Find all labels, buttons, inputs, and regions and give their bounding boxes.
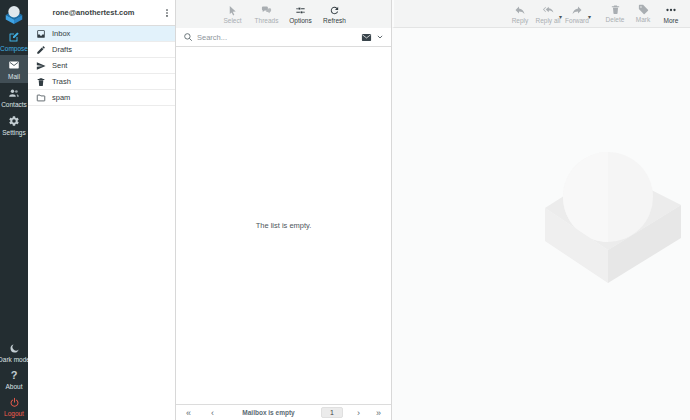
delete-button[interactable]: Delete (602, 4, 628, 23)
reply-icon (514, 4, 526, 16)
compose-icon (8, 31, 20, 43)
pagination-bar: « ‹ Mailbox is empty 1 › » (176, 404, 391, 420)
button-label: More (664, 17, 679, 24)
search-input[interactable] (197, 33, 357, 42)
button-label: Threads (255, 17, 279, 24)
button-label: Select (223, 17, 241, 24)
folder-item-spam[interactable]: spam (28, 90, 175, 106)
reply-button[interactable]: Reply (507, 4, 533, 24)
mark-button[interactable]: Mark (630, 4, 656, 23)
folder-label: Sent (52, 61, 67, 70)
button-label: Mark (636, 16, 650, 23)
folder-icon (36, 93, 46, 103)
taskbar: Compose Mail Contacts Settings Dar (0, 0, 28, 420)
reply-all-dropdown-caret[interactable]: ▾ (559, 13, 562, 20)
refresh-icon (329, 5, 340, 16)
sidebar-item-compose[interactable]: Compose (0, 27, 28, 55)
options-button[interactable]: Options (288, 5, 314, 24)
button-label: Reply all (536, 17, 561, 24)
message-list-body: The list is empty. (176, 47, 391, 404)
folder-label: Drafts (52, 45, 72, 54)
forward-icon (571, 4, 583, 16)
folder-pane: rone@anothertest.com Inbox Drafts (28, 0, 176, 420)
select-button[interactable]: Select (220, 5, 246, 24)
folder-label: Inbox (52, 29, 70, 38)
list-toolbar: Select Threads Options Refresh (176, 0, 391, 28)
sidebar-item-label: About (6, 383, 23, 390)
send-icon (36, 61, 46, 71)
reply-all-icon (542, 4, 554, 16)
trash-icon (610, 4, 621, 15)
mailbox-status: Mailbox is empty (216, 409, 321, 416)
speech-bubbles-icon (261, 5, 272, 16)
sidebar-item-label: Contacts (1, 101, 27, 108)
button-label: Reply (512, 17, 529, 24)
dark-mode-icon (9, 343, 20, 354)
question-mark-icon: ? (11, 370, 18, 381)
sidebar-item-mail[interactable]: Mail (0, 55, 28, 83)
roundcube-logo-watermark (543, 150, 683, 286)
message-toolbar: Reply Reply all ▾ Forward ▾ (392, 0, 690, 28)
forward-dropdown-caret[interactable]: ▾ (588, 13, 591, 20)
folder-item-drafts[interactable]: Drafts (28, 42, 175, 58)
message-view-area (392, 28, 690, 420)
kebab-menu-icon[interactable] (159, 7, 175, 19)
mail-icon (8, 59, 20, 71)
first-page-button[interactable]: « (184, 408, 193, 418)
sidebar-item-label: Compose (0, 45, 28, 52)
sidebar-item-contacts[interactable]: Contacts (0, 83, 28, 111)
sidebar-item-label: Logout (4, 410, 24, 417)
more-button[interactable]: More (658, 4, 684, 24)
search-icon (183, 32, 193, 42)
button-label: Options (289, 17, 311, 24)
folder-label: spam (52, 93, 70, 102)
next-page-button[interactable]: › (355, 408, 362, 418)
cursor-icon (227, 5, 238, 16)
contacts-icon (8, 87, 20, 99)
sidebar-item-label: Settings (2, 129, 26, 136)
button-label: Refresh (323, 17, 346, 24)
sidebar-item-dark-mode[interactable]: Dark mode (0, 339, 28, 366)
inbox-icon (36, 29, 46, 39)
settings-icon (8, 115, 20, 127)
last-page-button[interactable]: » (374, 408, 383, 418)
previous-page-button[interactable]: ‹ (209, 408, 216, 418)
ellipsis-icon (665, 4, 677, 16)
folder-item-trash[interactable]: Trash (28, 74, 175, 90)
folder-item-sent[interactable]: Sent (28, 58, 175, 74)
threads-button[interactable]: Threads (254, 5, 280, 24)
folder-item-inbox[interactable]: Inbox (28, 26, 175, 42)
tag-icon (638, 4, 649, 15)
forward-group: Forward ▾ (564, 4, 591, 24)
message-list-pane: Select Threads Options Refresh (176, 0, 392, 420)
button-label: Delete (606, 16, 625, 23)
sidebar-item-label: Mail (8, 73, 20, 80)
folder-list: Inbox Drafts Sent Trash (28, 26, 175, 106)
account-email: rone@anothertest.com (28, 8, 159, 17)
refresh-button[interactable]: Refresh (322, 5, 348, 24)
sidebar-item-label: Dark mode (0, 356, 30, 363)
trash-icon (36, 77, 46, 87)
content-pane: Reply Reply all ▾ Forward ▾ (392, 0, 690, 420)
sliders-icon (295, 5, 306, 16)
current-page-indicator[interactable]: 1 (321, 407, 343, 418)
reply-all-button[interactable]: Reply all (535, 4, 561, 24)
pencil-icon (36, 45, 46, 55)
roundcube-logo[interactable] (0, 0, 28, 27)
sidebar-item-settings[interactable]: Settings (0, 111, 28, 139)
folder-label: Trash (52, 77, 71, 86)
power-icon (9, 397, 20, 408)
sidebar-item-about[interactable]: ? About (0, 366, 28, 393)
forward-button[interactable]: Forward (564, 4, 590, 24)
chevron-down-icon[interactable] (376, 33, 384, 41)
reply-all-group: Reply all ▾ (535, 4, 562, 24)
sidebar-item-logout[interactable]: Logout (0, 393, 28, 420)
webmail-app: Compose Mail Contacts Settings Dar (0, 0, 690, 420)
account-header: rone@anothertest.com (28, 0, 175, 26)
empty-list-message: The list is empty. (256, 221, 312, 230)
search-bar (176, 28, 391, 47)
envelope-icon[interactable] (361, 32, 372, 43)
button-label: Forward (565, 17, 589, 24)
